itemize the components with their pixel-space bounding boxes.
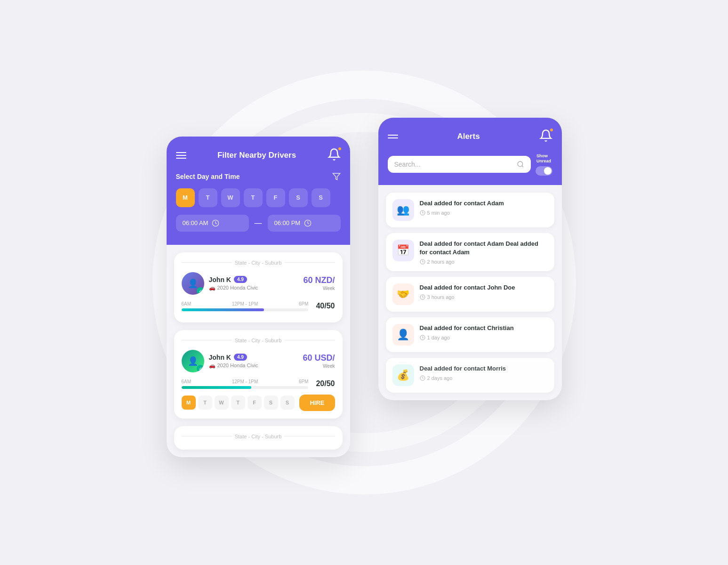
clock-start-icon (212, 219, 219, 227)
alert-time-5: 2 days ago (420, 375, 548, 381)
price-amount-2: 60 USD/ (303, 353, 335, 363)
alert-content-2: Deal added for contact Adam Deal added f… (420, 240, 548, 265)
time-end-field[interactable]: 06:00 PM (268, 215, 341, 232)
driver-card-2: State - City - Suburb 👤 ✓ John K 4.9 (174, 330, 343, 419)
day-tuesday[interactable]: T (199, 188, 217, 207)
driver-name-row-2: John K 4.9 (209, 354, 258, 361)
alert-icon-5: 💰 (397, 369, 409, 381)
rating-badge-2: 4.9 (234, 354, 247, 361)
driver-name-row-1: John K 4.9 (209, 276, 258, 283)
availability-row-2: 6AM 12PM - 1PM 6PM 20/50 (182, 379, 335, 389)
alert-icon-container-3: 🤝 (392, 283, 414, 305)
show-unread-toggle[interactable]: ShowUnread (536, 153, 552, 176)
right-header-top: Alerts (388, 129, 552, 144)
search-bar[interactable]: Search... (388, 156, 531, 173)
toggle-knob (544, 167, 552, 175)
clock-icon-5 (420, 375, 425, 381)
search-row: Search... ShowUnread (388, 153, 552, 176)
card-bottom-row: M T W T F S S HIRE (182, 395, 335, 411)
right-bell-icon-container[interactable] (539, 129, 552, 144)
time-separator: — (255, 219, 262, 227)
left-phone: Filter Nearby Drivers Select Day and Tim… (167, 137, 350, 457)
progress-container-2: 6AM 12PM - 1PM 6PM (182, 379, 309, 389)
day-friday[interactable]: F (266, 188, 285, 207)
hire-button[interactable]: HIRE (299, 395, 335, 411)
driver-info-row-1: 👤 ✓ John K 4.9 🚗 2020 Honda Civic (182, 272, 335, 295)
day-time-section: Select Day and Time (176, 172, 341, 181)
clock-icon-1 (420, 210, 425, 216)
progress-fill-1 (182, 308, 264, 311)
left-phone-body: State - City - Suburb 👤 ✓ John K 4.9 (167, 245, 350, 457)
driver-details-1: John K 4.9 🚗 2020 Honda Civic (209, 276, 258, 291)
alert-card-5: 💰 Deal added for contact Morris 2 days a… (386, 358, 554, 393)
location-label-1: State - City - Suburb (182, 260, 335, 266)
alert-time-4: 1 day ago (420, 335, 548, 340)
driver-name-1: John K (209, 276, 231, 283)
alert-content-1: Deal added for contact Adam 5 min ago (420, 199, 548, 216)
alert-card-3: 🤝 Deal added for contact John Doe 3 hour… (386, 277, 554, 312)
small-day-W[interactable]: W (215, 396, 229, 410)
driver-avatar-1: 👤 ✓ (182, 272, 204, 295)
alert-icon-container-5: 💰 (392, 364, 414, 386)
svg-line-4 (522, 166, 523, 167)
small-day-M[interactable]: M (182, 396, 196, 410)
driver-left-1: 👤 ✓ John K 4.9 🚗 2020 Honda Civic (182, 272, 258, 295)
right-hamburger-icon[interactable] (388, 135, 398, 138)
small-day-T2[interactable]: T (231, 396, 245, 410)
capacity-2: 20/50 (316, 379, 335, 388)
driver-details-2: John K 4.9 🚗 2020 Honda Civic (209, 354, 258, 369)
time-labels-1: 6AM 12PM - 1PM 6PM (182, 301, 309, 307)
small-day-T1[interactable]: T (198, 396, 212, 410)
hamburger-icon[interactable] (176, 152, 186, 159)
left-phone-title: Filter Nearby Drivers (217, 151, 296, 160)
alert-icon-1: 👥 (397, 204, 409, 216)
day-monday[interactable]: M (176, 188, 195, 207)
right-phone-body: 👥 Deal added for contact Adam 5 min ago … (378, 185, 562, 400)
alert-content-5: Deal added for contact Morris 2 days ago (420, 364, 548, 381)
show-unread-label: ShowUnread (536, 153, 551, 164)
toggle-switch[interactable] (536, 166, 552, 176)
progress-bar-2 (182, 386, 309, 389)
phones-container: Filter Nearby Drivers Select Day and Tim… (167, 118, 562, 457)
alert-message-2: Deal added for contact Adam Deal added f… (420, 240, 548, 257)
day-sunday[interactable]: S (312, 188, 330, 207)
svg-marker-0 (333, 173, 340, 180)
alert-card-1: 👥 Deal added for contact Adam 5 min ago (386, 193, 554, 227)
search-icon (517, 161, 524, 168)
alert-content-3: Deal added for contact John Doe 3 hours … (420, 283, 548, 300)
alerts-title: Alerts (457, 132, 480, 141)
alert-time-2: 2 hours ago (420, 259, 548, 265)
time-start-field[interactable]: 06:00 AM (176, 215, 249, 232)
alert-icon-container-2: 📅 (392, 240, 414, 261)
time-row: 06:00 AM — 06:00 PM (176, 215, 341, 232)
price-label-2: 60 USD/ Week (303, 353, 335, 369)
small-day-S1[interactable]: S (264, 396, 278, 410)
alert-icon-container-1: 👥 (392, 199, 414, 221)
driver-card-partial: State - City - Suburb (174, 426, 343, 450)
day-wednesday[interactable]: W (221, 188, 240, 207)
clock-icon-3 (420, 294, 425, 300)
location-label-2: State - City - Suburb (182, 338, 335, 343)
alert-icon-4: 👤 (397, 329, 409, 341)
left-phone-header: Filter Nearby Drivers Select Day and Tim… (167, 137, 350, 245)
bell-icon-container[interactable] (328, 148, 341, 163)
alert-content-4: Deal added for contact Christian 1 day a… (420, 324, 548, 340)
small-day-F[interactable]: F (248, 396, 262, 410)
days-row: M T W T F S S (176, 188, 341, 207)
day-saturday[interactable]: S (289, 188, 308, 207)
day-thursday[interactable]: T (244, 188, 263, 207)
location-label-partial: State - City - Suburb (182, 434, 335, 439)
small-day-S2[interactable]: S (280, 396, 295, 410)
alert-icon-2: 📅 (397, 244, 409, 257)
capacity-1: 40/50 (316, 302, 335, 310)
clock-end-icon (304, 219, 312, 227)
price-period-2: Week (303, 363, 335, 369)
driver-card-1: State - City - Suburb 👤 ✓ John K 4.9 (174, 252, 343, 323)
driver-name-2: John K (209, 354, 231, 361)
driver-left-2: 👤 ✓ John K 4.9 🚗 2020 Honda Civic (182, 350, 258, 372)
alert-message-4: Deal added for contact Christian (420, 324, 548, 332)
price-label-1: 60 NZD/ Week (303, 275, 335, 291)
verified-badge-1: ✓ (197, 287, 204, 295)
driver-car-2: 🚗 2020 Honda Civic (209, 363, 258, 369)
filter-icon[interactable] (332, 172, 341, 181)
